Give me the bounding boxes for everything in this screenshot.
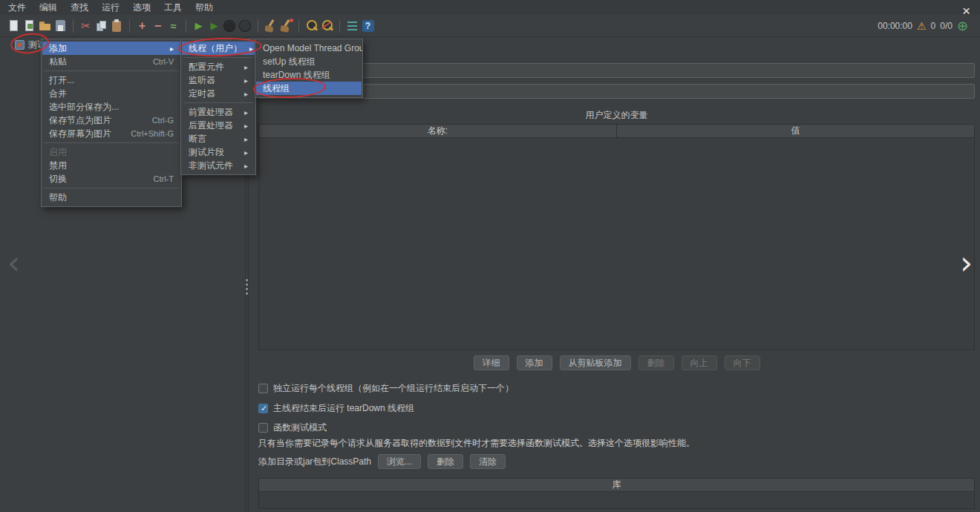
menu-item-label: 选中部分保存为... <box>49 101 119 114</box>
menu-separator <box>183 102 253 103</box>
shutdown-icon[interactable] <box>238 17 253 35</box>
threads-submenu: Open Model Thread Group setUp 线程组 tearDo… <box>255 39 363 98</box>
menu-item-non-test-elements[interactable]: 非测试元件 <box>182 159 255 172</box>
warning-count: 0 <box>931 21 936 31</box>
variables-table-body[interactable] <box>258 138 975 350</box>
checkbox-row: 主线程结束后运行 tearDown 线程组 <box>258 402 414 415</box>
menu-item-save-screen-as-image[interactable]: 保存屏幕为图片 Ctrl+Shift-G <box>42 127 180 140</box>
save-icon[interactable] <box>53 17 68 35</box>
cut-icon[interactable]: ✂ <box>78 17 94 35</box>
search-icon[interactable] <box>304 17 319 35</box>
open-file-icon[interactable] <box>37 17 53 35</box>
new-file-icon[interactable] <box>6 17 22 35</box>
menu-item-config-element[interactable]: 配置元件 <box>182 60 255 73</box>
add-submenu: 线程（用户） 配置元件 监听器 定时器 前置处理器 后置处理器 断言 测试片段 … <box>180 39 256 175</box>
copy-icon[interactable] <box>94 17 109 35</box>
clear-all-icon[interactable] <box>278 17 294 35</box>
library-table-body[interactable] <box>258 492 975 509</box>
menu-item-test-fragment[interactable]: 测试片段 <box>182 145 255 159</box>
test-plan-icon <box>15 40 24 50</box>
toolbar: ✂ + − ≈ ▶ ▶ ? 00:00:00 ⚠ 0 0/0 ⊕ <box>0 15 980 37</box>
down-button[interactable]: 向下 <box>725 355 760 370</box>
stop-icon[interactable] <box>222 17 238 35</box>
menu-item-save-selection-as[interactable]: 选中部分保存为... <box>42 100 180 114</box>
menu-item-label: 线程组 <box>263 82 290 95</box>
paste-icon[interactable] <box>109 17 125 35</box>
toolbar-separator <box>186 19 186 33</box>
functional-mode-note: 只有当你需要记录每个请求从服务器取得的数据到文件时才需要选择函数测试模式。选择这… <box>258 437 695 450</box>
prev-arrow[interactable]: ‹ <box>7 248 20 279</box>
templates-icon[interactable] <box>22 17 37 35</box>
start-no-pauses-icon[interactable]: ▶ <box>206 17 222 35</box>
start-icon[interactable]: ▶ <box>191 17 206 35</box>
variables-buttons-row: 详细 添加 从剪贴板添加 删除 向上 向下 <box>258 355 975 370</box>
menu-item-label: 配置元件 <box>189 61 224 73</box>
menu-item-label: 非测试元件 <box>189 160 233 172</box>
menu-item-disable[interactable]: 禁用 <box>42 159 180 172</box>
active-threads: 0/0 <box>940 21 953 31</box>
close-icon[interactable]: × <box>962 4 970 18</box>
help-icon[interactable]: ? <box>360 17 376 35</box>
menu-item-label: tearDown 线程组 <box>263 69 330 82</box>
add-from-clipboard-button[interactable]: 从剪贴板添加 <box>560 355 631 370</box>
checkbox-label: 函数测试模式 <box>273 421 327 434</box>
menu-item-label: 定时器 <box>189 88 215 100</box>
menu-item-open-model-thread-group[interactable]: Open Model Thread Group <box>256 42 362 55</box>
menu-edit[interactable]: 编辑 <box>33 0 64 16</box>
functional-test-mode-checkbox[interactable] <box>258 423 268 433</box>
menu-item-label: Open Model Thread Group <box>263 43 363 53</box>
menu-item-preprocessors[interactable]: 前置处理器 <box>182 105 255 119</box>
run-teardown-after-main-checkbox[interactable] <box>258 404 268 413</box>
user-defined-variables-title: 用户定义的变量 <box>258 109 975 122</box>
menu-help[interactable]: 帮助 <box>189 0 220 16</box>
menu-item-label: 后置处理器 <box>189 119 233 132</box>
collapse-all-icon[interactable]: − <box>150 17 166 35</box>
menu-item-toggle[interactable]: 切换 Ctrl-T <box>42 172 180 186</box>
expand-all-icon[interactable]: + <box>134 17 150 35</box>
menu-item-timer[interactable]: 定时器 <box>182 87 255 100</box>
detail-button[interactable]: 详细 <box>474 355 509 370</box>
up-button[interactable]: 向上 <box>682 355 717 370</box>
menu-item-merge[interactable]: 合并 <box>42 87 180 100</box>
menu-item-open[interactable]: 打开... <box>42 73 180 87</box>
delete-row-button[interactable]: 删除 <box>638 355 674 370</box>
menu-run[interactable]: 运行 <box>95 0 126 16</box>
clear-jar-button[interactable]: 清除 <box>470 454 506 469</box>
menu-item-label: 保存屏幕为图片 <box>49 128 111 140</box>
menu-item-label: 添加 <box>49 42 67 55</box>
warning-icon[interactable]: ⚠ <box>917 20 927 32</box>
reset-search-icon[interactable] <box>319 17 335 35</box>
checkbox-label: 主线程结束后运行 tearDown 线程组 <box>273 402 414 415</box>
menu-search[interactable]: 查找 <box>64 0 95 16</box>
browse-button[interactable]: 浏览... <box>378 454 421 469</box>
menu-item-help[interactable]: 帮助 <box>42 191 180 204</box>
menu-item-shortcut: Ctrl-G <box>140 116 174 125</box>
remove-jar-button[interactable]: 删除 <box>428 454 463 469</box>
menu-item-teardown-thread-group[interactable]: tearDown 线程组 <box>256 68 362 82</box>
menu-item-paste[interactable]: 粘贴 Ctrl-V <box>42 55 180 68</box>
menu-item-setup-thread-group[interactable]: setUp 线程组 <box>256 55 362 68</box>
name-field[interactable] <box>258 63 975 78</box>
splitter-grip[interactable] <box>246 279 248 281</box>
function-helper-icon[interactable] <box>344 17 360 35</box>
variables-table-header: 名称: 值 <box>258 124 975 138</box>
menu-tools[interactable]: 工具 <box>157 0 189 16</box>
menu-item-save-node-as-image[interactable]: 保存节点为图片 Ctrl-G <box>42 114 180 127</box>
checkbox-row: 函数测试模式 <box>258 421 327 434</box>
comments-field[interactable] <box>258 84 975 99</box>
menu-item-thread-group[interactable]: 线程组 <box>256 82 362 95</box>
menu-item-assertions[interactable]: 断言 <box>182 132 255 145</box>
menu-item-threads-users[interactable]: 线程（用户） <box>182 42 255 55</box>
clear-icon[interactable] <box>263 17 278 35</box>
next-arrow[interactable]: › <box>960 248 973 279</box>
library-header: 库 <box>258 478 975 492</box>
run-thread-groups-consecutively-checkbox[interactable] <box>258 384 268 393</box>
add-button[interactable]: 添加 <box>517 355 552 370</box>
toggle-icon[interactable]: ≈ <box>166 17 181 35</box>
menu-options[interactable]: 选项 <box>126 0 157 16</box>
menu-item-add[interactable]: 添加 <box>42 42 180 55</box>
toolbar-separator <box>339 19 340 33</box>
menu-item-postprocessors[interactable]: 后置处理器 <box>182 119 255 132</box>
menu-item-listener[interactable]: 监听器 <box>182 73 255 87</box>
menu-file[interactable]: 文件 <box>1 0 33 16</box>
